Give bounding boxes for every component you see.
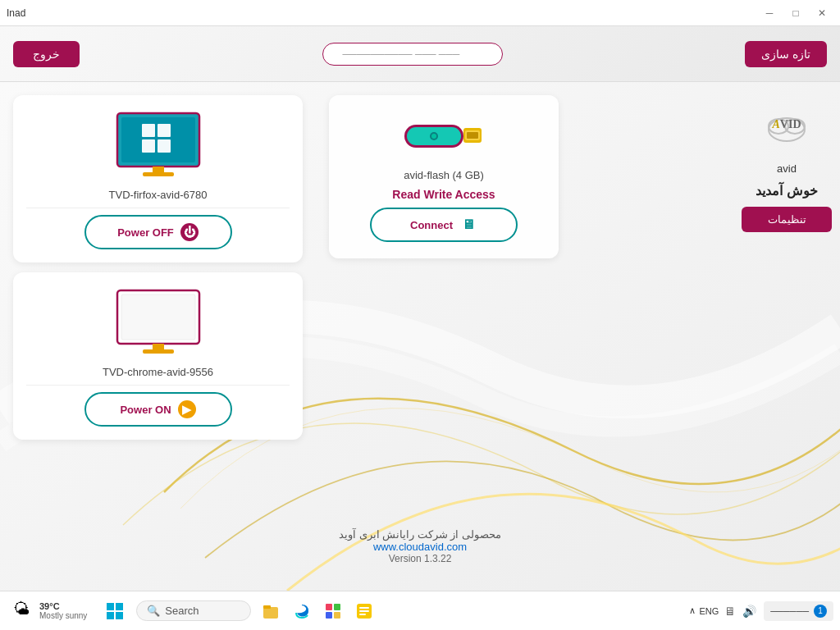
vm2-power-button[interactable]: Power ON ▶ [84, 392, 232, 427]
svg-rect-36 [359, 610, 369, 612]
monitor-icon-off [113, 286, 203, 358]
svg-text:AVID: AVID [771, 118, 801, 130]
taskbar-time-area[interactable]: ────── 1 [764, 601, 833, 621]
usb-name: avid-flash (4 GB) [404, 169, 484, 181]
svg-rect-31 [334, 604, 340, 610]
taskbar-icon-yellow-app[interactable] [349, 596, 379, 626]
svg-rect-12 [143, 349, 174, 354]
taskbar-icons [256, 596, 379, 626]
titlebar: Inad ─ □ ✕ [0, 0, 840, 26]
connect-icon: 🖥 [459, 216, 477, 234]
svg-rect-30 [326, 604, 332, 610]
weather-icon: 🌤 [13, 600, 36, 623]
network-icon[interactable]: 🖥 [722, 603, 738, 619]
notification-badge: 1 [814, 605, 827, 618]
start-button[interactable] [100, 596, 130, 626]
vm1-power-button[interactable]: Power OFF ⏻ [84, 215, 232, 249]
taskbar-time: ────── [770, 606, 809, 616]
avid-logo: AVID [760, 98, 813, 151]
minimize-button[interactable]: ─ [758, 4, 781, 22]
volume-icon[interactable]: 🔊 [740, 603, 759, 619]
svg-rect-29 [263, 605, 271, 609]
footer-url: www.cloudavid.com [0, 541, 840, 553]
power-off-icon: ⏻ [180, 223, 199, 241]
vm2-power-label: Power ON [120, 404, 171, 416]
footer-version: Version 1.3.22 [0, 553, 840, 564]
app-header: خروج ────────── ─── ─── تازه سازی [0, 26, 840, 82]
connect-label: Connect [410, 219, 453, 231]
weather-info: 39°C Mostly sunny [39, 601, 87, 620]
svg-rect-33 [334, 612, 340, 619]
taskbar-right: ∧ ENG 🖥 🔊 ────── 1 [689, 601, 833, 621]
taskbar-search[interactable]: 🔍 Search [136, 600, 251, 621]
main-content: TVD-firfox-avid-6780 Power OFF ⏻ [0, 82, 840, 630]
taskbar-icon-edge[interactable] [287, 596, 317, 626]
settings-button[interactable]: تنظیمات [742, 207, 832, 232]
svg-rect-4 [158, 124, 171, 137]
usb-card: avid-flash (4 GB) Read Write Access Conn… [329, 95, 559, 258]
close-button[interactable]: ✕ [810, 4, 833, 22]
user-avatar: AVID [760, 98, 813, 154]
store-icon [324, 602, 342, 620]
exit-button[interactable]: خروج [13, 41, 80, 67]
tray-lang[interactable]: ENG [699, 606, 719, 616]
maximize-button[interactable]: □ [784, 4, 807, 22]
svg-rect-35 [359, 607, 369, 609]
svg-rect-10 [121, 294, 195, 340]
weather-temp: 39°C [39, 601, 87, 611]
svg-point-19 [431, 134, 436, 139]
svg-rect-24 [107, 603, 114, 610]
footer-area: محصولی از شرکت رایانش ابری آوید www.clou… [0, 528, 840, 564]
svg-rect-28 [263, 607, 278, 619]
svg-rect-25 [116, 603, 123, 610]
taskbar-icon-file-explorer[interactable] [256, 596, 285, 626]
taskbar: 🌤 39°C Mostly sunny 🔍 Search [0, 591, 840, 630]
usb-access: Read Write Access [392, 188, 495, 201]
svg-rect-37 [359, 614, 366, 615]
taskbar-icon-store[interactable] [318, 596, 348, 626]
vm-icon-container-2 [109, 285, 208, 359]
connect-button[interactable]: Connect 🖥 [370, 208, 518, 242]
search-icon: 🔍 [147, 605, 160, 617]
svg-rect-7 [153, 167, 164, 173]
refresh-button[interactable]: تازه سازی [745, 41, 827, 67]
vm1-name: TVD-firfox-avid-6780 [26, 189, 290, 208]
svg-rect-27 [116, 612, 123, 619]
header-input-area[interactable]: ────────── ─── ─── [322, 43, 503, 66]
svg-rect-5 [142, 139, 155, 153]
welcome-text: خوش آمدید [756, 183, 817, 199]
user-name: avid [777, 162, 797, 175]
usb-icon [403, 112, 485, 159]
taskbar-weather: 🌤 39°C Mostly sunny [7, 596, 94, 626]
vm-icon-container-1 [109, 108, 208, 182]
weather-description: Mostly sunny [39, 611, 87, 620]
header-input-text: ────────── ─── ─── [343, 48, 460, 60]
vm-card-2: TVD-chrome-avid-9556 Power ON ▶ [13, 272, 303, 440]
tray-chevron[interactable]: ∧ [689, 605, 696, 616]
tray-icons: 🖥 🔊 [722, 603, 759, 619]
svg-rect-26 [107, 612, 114, 619]
windows-logo-icon [107, 603, 123, 619]
vm1-power-label: Power OFF [117, 226, 174, 239]
vm-card-1: TVD-firfox-avid-6780 Power OFF ⏻ [13, 95, 303, 262]
monitor-icon-on [113, 109, 203, 181]
footer-product: محصولی از شرکت رایانش ابری آوید [0, 528, 840, 541]
app-title: Inad [7, 7, 25, 19]
svg-rect-32 [326, 612, 332, 619]
svg-rect-3 [142, 124, 155, 137]
svg-rect-17 [467, 132, 478, 139]
yellow-app-icon [355, 602, 373, 620]
search-label: Search [165, 605, 199, 617]
vm2-name: TVD-chrome-avid-9556 [26, 366, 290, 386]
file-explorer-icon [262, 602, 280, 620]
svg-rect-6 [158, 139, 171, 153]
edge-icon [293, 602, 311, 620]
usb-icon-container [403, 112, 485, 162]
system-tray: ∧ ENG 🖥 🔊 [689, 603, 759, 619]
power-on-icon: ▶ [178, 400, 196, 418]
svg-rect-8 [143, 172, 174, 176]
svg-rect-11 [153, 344, 164, 350]
window-controls: ─ □ ✕ [758, 4, 833, 22]
app-container: خروج ────────── ─── ─── تازه سازی [0, 26, 840, 630]
